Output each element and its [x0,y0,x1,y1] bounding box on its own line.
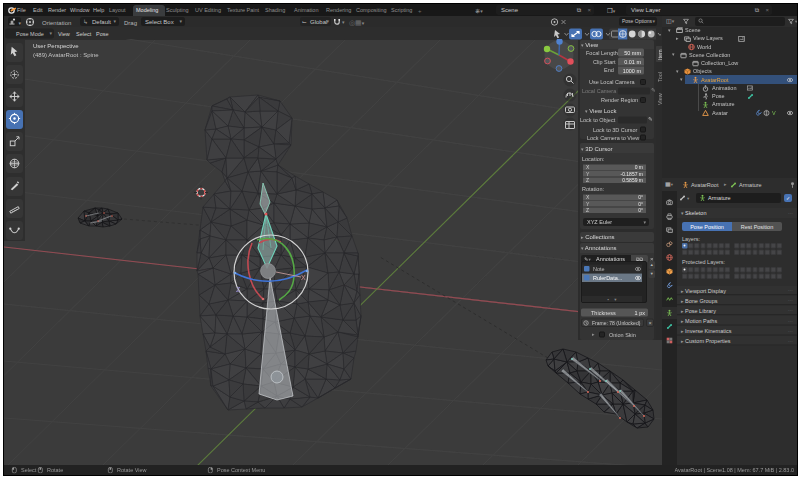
svg-text:X: X [301,274,306,281]
svg-text:Z: Z [236,286,241,293]
